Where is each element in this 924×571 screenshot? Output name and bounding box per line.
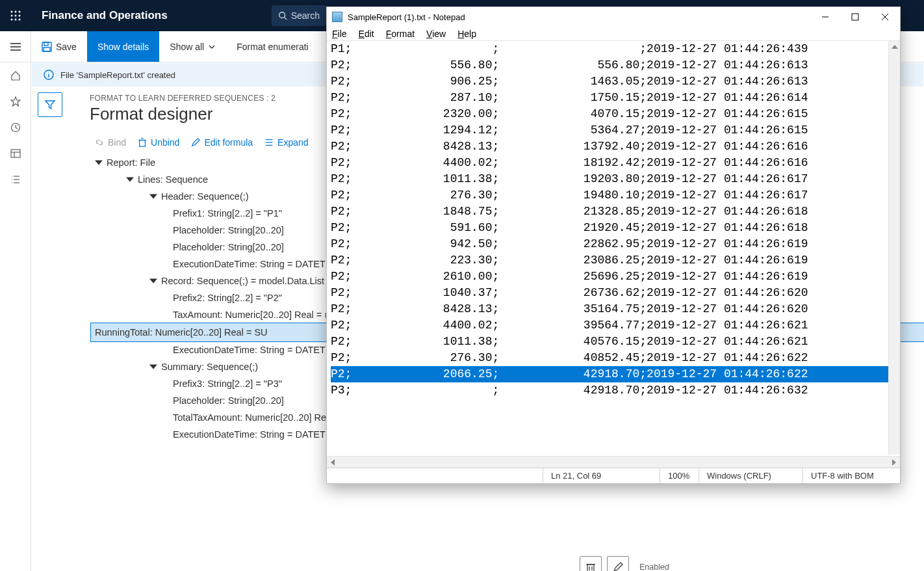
window-maximize-button[interactable] — [840, 7, 870, 27]
status-spacer — [327, 468, 543, 483]
property-label-enabled: Enabled — [639, 563, 886, 571]
caret-down-icon — [149, 277, 157, 285]
notepad-line: P2; 1011.38; 40576.15;2019-12-27 01:44:2… — [331, 334, 900, 350]
rail-favorite-icon[interactable] — [0, 88, 31, 114]
notepad-horizontal-scrollbar[interactable] — [327, 456, 900, 468]
bind-button[interactable]: Bind — [95, 137, 126, 148]
edit-formula-label: Edit formula — [204, 137, 253, 148]
pencil-icon — [191, 138, 200, 147]
svg-point-0 — [11, 11, 13, 13]
show-all-button[interactable]: Show all — [159, 31, 226, 62]
pencil-icon — [613, 562, 623, 571]
expand-button[interactable]: Expand — [264, 137, 308, 148]
svg-point-6 — [11, 19, 13, 21]
app-title: Finance and Operations — [31, 9, 168, 22]
svg-rect-43 — [587, 564, 594, 571]
svg-marker-41 — [149, 278, 157, 283]
svg-point-5 — [19, 15, 21, 17]
format-enum-label: Format enumerati — [237, 42, 308, 52]
status-encoding: UTF-8 with BOM — [802, 468, 900, 483]
notepad-text-area[interactable]: P1; ; ;2019-12-27 01:44:26:439P2; 556.80… — [327, 41, 900, 456]
svg-point-9 — [279, 12, 285, 18]
svg-point-7 — [15, 19, 17, 21]
menu-view[interactable]: View — [426, 29, 446, 39]
minimize-icon — [821, 13, 829, 21]
rail-home-icon[interactable] — [0, 62, 31, 88]
svg-point-2 — [19, 11, 21, 13]
rail-modules-icon[interactable] — [0, 166, 31, 193]
notepad-line: P1; ; ;2019-12-27 01:44:26:439 — [331, 41, 900, 57]
show-details-label: Show details — [97, 42, 149, 52]
tree-label: Summary: Sequence(;) — [161, 362, 258, 372]
caret-down-icon — [95, 159, 103, 166]
window-close-button[interactable] — [870, 7, 900, 27]
global-search[interactable]: Search — [272, 5, 326, 26]
tree-label: ExecutionDateTime: String = DATETIMEF — [173, 259, 348, 269]
search-placeholder: Search — [291, 10, 320, 21]
tree-label: Prefix3: String[2..2] = "P3" — [173, 378, 282, 389]
tree-label: Placeholder: String[20..20] — [173, 242, 284, 252]
property-delete-button[interactable] — [580, 556, 602, 571]
notepad-titlebar[interactable]: SampleReport (1).txt - Notepad — [327, 7, 900, 27]
property-edit-button[interactable] — [607, 556, 629, 571]
window-minimize-button[interactable] — [810, 7, 840, 27]
bind-label: Bind — [108, 137, 126, 148]
notepad-line: P2; 1294.12; 5364.27;2019-12-27 01:44:26… — [331, 122, 900, 139]
rail-recent-icon[interactable] — [0, 114, 31, 140]
tree-label: Report: File — [107, 157, 155, 168]
caret-down-icon — [149, 363, 157, 371]
menu-help[interactable]: Help — [457, 29, 476, 39]
notepad-line: P2; 2320.00; 4070.15;2019-12-27 01:44:26… — [331, 106, 900, 122]
edit-formula-button[interactable]: Edit formula — [191, 137, 253, 148]
unbind-label: Unbind — [151, 137, 179, 148]
notepad-line: P2; 4400.02; 18192.42;2019-12-27 01:44:2… — [331, 155, 900, 171]
trash-icon — [585, 562, 596, 571]
save-icon — [42, 42, 52, 52]
notepad-line: P2; 276.30; 19480.10;2019-12-27 01:44:26… — [331, 187, 900, 204]
notepad-line: P2; 8428.13; 35164.75;2019-12-27 01:44:2… — [331, 301, 900, 317]
svg-line-10 — [284, 18, 287, 20]
notepad-line: P2; 287.10; 1750.15;2019-12-27 01:44:26:… — [331, 90, 900, 106]
svg-point-8 — [19, 19, 21, 21]
unbind-button[interactable]: Unbind — [138, 137, 179, 148]
filter-toggle[interactable] — [38, 92, 62, 117]
menu-format[interactable]: Format — [386, 29, 415, 39]
notepad-line: P2; 8428.13; 13792.40;2019-12-27 01:44:2… — [331, 139, 900, 155]
app-launcher-icon[interactable] — [0, 0, 31, 31]
status-cursor-pos: Ln 21, Col 69 — [543, 468, 660, 483]
notepad-line: P2; 2066.25; 42918.70;2019-12-27 01:44:2… — [331, 366, 900, 382]
notepad-line: P2; 591.60; 21920.45;2019-12-27 01:44:26… — [331, 220, 900, 236]
notepad-line: P2; 1848.75; 21328.85;2019-12-27 01:44:2… — [331, 204, 900, 220]
svg-rect-15 — [44, 42, 48, 46]
maximize-icon — [851, 13, 859, 21]
notepad-vertical-scrollbar[interactable] — [888, 41, 900, 455]
svg-marker-38 — [95, 160, 103, 165]
search-icon — [278, 11, 287, 20]
rail-workspace-icon[interactable] — [0, 140, 31, 166]
left-nav-rail — [0, 62, 31, 571]
notepad-statusbar: Ln 21, Col 69 100% Windows (CRLF) UTF-8 … — [327, 468, 900, 483]
save-button[interactable]: Save — [31, 31, 87, 62]
show-all-label: Show all — [170, 42, 204, 52]
caret-down-icon — [149, 193, 157, 200]
svg-point-4 — [15, 15, 17, 17]
svg-rect-19 — [11, 150, 20, 157]
tree-label: Record: Sequence(;) = model.Data.List — [161, 276, 324, 286]
svg-point-1 — [15, 11, 17, 13]
close-icon — [881, 13, 889, 21]
notepad-line: P2; 942.50; 22862.95;2019-12-27 01:44:26… — [331, 236, 900, 252]
menu-file[interactable]: File — [332, 29, 347, 39]
filter-icon — [45, 100, 55, 110]
nav-toggle-icon[interactable] — [0, 31, 31, 62]
notepad-window: SampleReport (1).txt - Notepad File Edit… — [326, 7, 901, 484]
notepad-line: P2; 1011.38; 19203.80;2019-12-27 01:44:2… — [331, 171, 900, 187]
show-details-button[interactable]: Show details — [87, 31, 159, 62]
menu-edit[interactable]: Edit — [359, 29, 374, 39]
tree-label: RunningTotal: Numeric[20..20] Real = SU — [95, 327, 268, 338]
caret-down-icon — [126, 176, 134, 183]
status-line-ending: Windows (CRLF) — [699, 468, 802, 483]
format-enumeration-button[interactable]: Format enumerati — [226, 31, 318, 62]
tree-label: Header: Sequence(;) — [161, 191, 249, 202]
tree-label: Prefix1: String[2..2] = "P1" — [173, 208, 282, 219]
status-zoom: 100% — [660, 468, 699, 483]
